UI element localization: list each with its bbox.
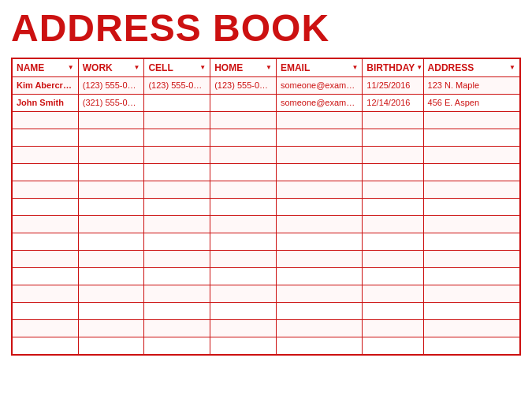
cell-work[interactable]	[78, 250, 144, 267]
header-address[interactable]: ADDRESS ▼	[423, 58, 519, 76]
cell-cell[interactable]: (123) 555-0123	[144, 76, 210, 94]
cell-birthday[interactable]	[363, 163, 423, 181]
cell-home[interactable]	[210, 267, 277, 285]
cell-address[interactable]	[423, 146, 519, 163]
cell-work[interactable]	[78, 111, 144, 129]
cell-address[interactable]: 123 N. Maple	[423, 76, 519, 94]
cell-email[interactable]	[276, 267, 362, 285]
cell-address[interactable]	[423, 285, 519, 302]
table-row[interactable]	[13, 198, 520, 215]
cell-cell[interactable]	[144, 215, 210, 233]
cell-work[interactable]	[78, 146, 144, 163]
cell-cell[interactable]	[144, 319, 210, 337]
cell-birthday[interactable]	[363, 215, 423, 233]
table-row[interactable]	[13, 250, 520, 267]
cell-cell[interactable]	[144, 181, 210, 198]
table-row[interactable]	[13, 285, 520, 302]
table-row[interactable]: John Smith(321) 555-0123someone@example.…	[13, 94, 520, 111]
cell-home[interactable]: (123) 555-0123	[210, 76, 277, 94]
cell-birthday[interactable]	[363, 285, 423, 302]
cell-email[interactable]	[276, 302, 362, 319]
cell-name[interactable]	[13, 302, 79, 319]
table-row[interactable]	[13, 267, 520, 285]
cell-name[interactable]	[13, 129, 79, 146]
cell-home[interactable]	[210, 198, 277, 215]
cell-name[interactable]	[13, 267, 79, 285]
header-email[interactable]: EMAIL ▼	[276, 58, 362, 76]
cell-home[interactable]	[210, 111, 277, 129]
cell-cell[interactable]	[144, 146, 210, 163]
cell-email[interactable]	[276, 163, 362, 181]
cell-work[interactable]: (123) 555-0123	[78, 76, 144, 94]
table-row[interactable]	[13, 111, 520, 129]
header-cell[interactable]: CELL ▼	[144, 58, 210, 76]
cell-name[interactable]: Kim Abercrombie	[13, 76, 79, 94]
cell-work[interactable]	[78, 181, 144, 198]
cell-name[interactable]	[13, 163, 79, 181]
cell-name[interactable]	[13, 233, 79, 250]
cell-cell[interactable]	[144, 129, 210, 146]
header-work[interactable]: WORK ▼	[78, 58, 144, 76]
cell-email[interactable]	[276, 215, 362, 233]
cell-birthday[interactable]	[363, 250, 423, 267]
cell-birthday[interactable]	[363, 233, 423, 250]
cell-cell[interactable]	[144, 250, 210, 267]
cell-email[interactable]: someone@example.com	[276, 76, 362, 94]
cell-birthday[interactable]	[363, 319, 423, 337]
cell-address[interactable]	[423, 181, 519, 198]
cell-email[interactable]	[276, 146, 362, 163]
cell-home[interactable]	[210, 285, 277, 302]
cell-email[interactable]	[276, 111, 362, 129]
cell-name[interactable]	[13, 215, 79, 233]
cell-email[interactable]	[276, 319, 362, 337]
cell-home[interactable]	[210, 181, 277, 198]
table-row[interactable]	[13, 337, 520, 354]
cell-home[interactable]	[210, 337, 277, 354]
cell-work[interactable]	[78, 267, 144, 285]
cell-birthday[interactable]	[363, 267, 423, 285]
cell-birthday[interactable]	[363, 198, 423, 215]
cell-home[interactable]	[210, 146, 277, 163]
cell-name[interactable]	[13, 198, 79, 215]
cell-email[interactable]	[276, 181, 362, 198]
cell-birthday[interactable]	[363, 181, 423, 198]
cell-cell[interactable]	[144, 111, 210, 129]
cell-home[interactable]	[210, 215, 277, 233]
cell-email[interactable]	[276, 129, 362, 146]
cell-home[interactable]	[210, 129, 277, 146]
cell-birthday[interactable]	[363, 129, 423, 146]
cell-address[interactable]	[423, 111, 519, 129]
cell-email[interactable]	[276, 233, 362, 250]
cell-cell[interactable]	[144, 285, 210, 302]
cell-email[interactable]	[276, 285, 362, 302]
cell-birthday[interactable]	[363, 302, 423, 319]
cell-home[interactable]	[210, 319, 277, 337]
cell-work[interactable]	[78, 215, 144, 233]
cell-address[interactable]	[423, 302, 519, 319]
header-birthday[interactable]: BIRTHDAY ▼	[363, 58, 423, 76]
cell-work[interactable]	[78, 319, 144, 337]
cell-cell[interactable]	[144, 302, 210, 319]
cell-home[interactable]	[210, 94, 277, 111]
cell-address[interactable]: 456 E. Aspen	[423, 94, 519, 111]
header-home[interactable]: HOME ▼	[210, 58, 277, 76]
cell-name[interactable]: John Smith	[13, 94, 79, 111]
cell-home[interactable]	[210, 233, 277, 250]
cell-address[interactable]	[423, 250, 519, 267]
cell-work[interactable]	[78, 129, 144, 146]
cell-home[interactable]	[210, 163, 277, 181]
cell-work[interactable]	[78, 337, 144, 354]
table-row[interactable]	[13, 163, 520, 181]
cell-birthday[interactable]	[363, 146, 423, 163]
cell-cell[interactable]	[144, 163, 210, 181]
cell-address[interactable]	[423, 129, 519, 146]
header-name[interactable]: NAME ▼	[13, 58, 79, 76]
table-row[interactable]	[13, 129, 520, 146]
cell-cell[interactable]	[144, 94, 210, 111]
table-row[interactable]	[13, 181, 520, 198]
cell-email[interactable]	[276, 337, 362, 354]
cell-address[interactable]	[423, 267, 519, 285]
cell-name[interactable]	[13, 337, 79, 354]
cell-name[interactable]	[13, 181, 79, 198]
cell-address[interactable]	[423, 337, 519, 354]
